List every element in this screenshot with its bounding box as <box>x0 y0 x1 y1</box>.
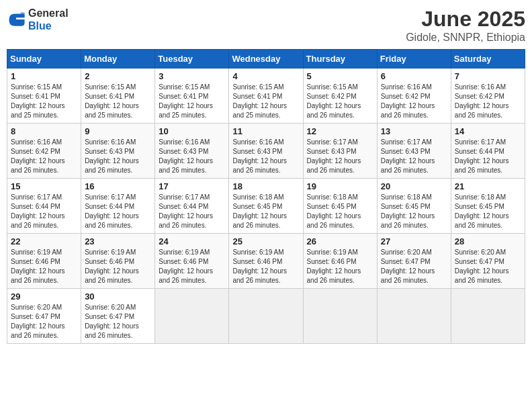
calendar-cell: 19 Sunrise: 6:18 AM Sunset: 6:45 PM Dayl… <box>303 179 377 234</box>
calendar-cell: 9 Sunrise: 6:16 AM Sunset: 6:43 PM Dayli… <box>81 124 155 179</box>
calendar-week-row: 15 Sunrise: 6:17 AM Sunset: 6:44 PM Dayl… <box>7 179 525 234</box>
day-info: Sunrise: 6:17 AM Sunset: 6:44 PM Dayligh… <box>159 193 225 230</box>
day-info: Sunrise: 6:19 AM Sunset: 6:46 PM Dayligh… <box>85 248 151 285</box>
calendar-cell: 18 Sunrise: 6:18 AM Sunset: 6:45 PM Dayl… <box>229 179 303 234</box>
day-info: Sunrise: 6:15 AM Sunset: 6:41 PM Dayligh… <box>85 83 151 120</box>
logo-blue: Blue <box>28 19 69 32</box>
day-number: 1 <box>11 71 77 81</box>
calendar-cell: 24 Sunrise: 6:19 AM Sunset: 6:46 PM Dayl… <box>155 234 229 289</box>
weekday-header-sunday: Sunday <box>7 50 81 68</box>
day-number: 21 <box>455 181 521 191</box>
calendar-cell <box>229 289 303 344</box>
day-info: Sunrise: 6:19 AM Sunset: 6:46 PM Dayligh… <box>307 248 373 285</box>
day-info: Sunrise: 6:15 AM Sunset: 6:41 PM Dayligh… <box>11 83 77 120</box>
weekday-header-friday: Friday <box>377 50 451 68</box>
day-number: 16 <box>85 181 151 191</box>
weekday-header-monday: Monday <box>81 50 155 68</box>
logo: General Blue <box>7 7 69 32</box>
calendar-cell: 14 Sunrise: 6:17 AM Sunset: 6:44 PM Dayl… <box>451 124 525 179</box>
day-number: 4 <box>232 71 299 81</box>
day-number: 5 <box>307 71 373 81</box>
calendar-cell: 13 Sunrise: 6:17 AM Sunset: 6:43 PM Dayl… <box>377 124 451 179</box>
calendar-cell: 2 Sunrise: 6:15 AM Sunset: 6:41 PM Dayli… <box>81 68 155 124</box>
calendar-cell <box>377 289 451 344</box>
day-number: 18 <box>232 181 299 191</box>
day-info: Sunrise: 6:19 AM Sunset: 6:46 PM Dayligh… <box>232 248 299 285</box>
day-number: 22 <box>11 236 77 246</box>
calendar-week-row: 8 Sunrise: 6:16 AM Sunset: 6:42 PM Dayli… <box>7 124 525 179</box>
day-info: Sunrise: 6:18 AM Sunset: 6:45 PM Dayligh… <box>455 193 521 230</box>
day-number: 12 <box>307 126 373 136</box>
weekday-header-thursday: Thursday <box>303 50 377 68</box>
day-number: 27 <box>381 236 447 246</box>
day-number: 17 <box>159 181 225 191</box>
weekday-header-tuesday: Tuesday <box>155 50 229 68</box>
calendar-cell: 1 Sunrise: 6:15 AM Sunset: 6:41 PM Dayli… <box>7 68 81 124</box>
calendar-header-row: SundayMondayTuesdayWednesdayThursdayFrid… <box>7 50 525 68</box>
calendar-cell: 25 Sunrise: 6:19 AM Sunset: 6:46 PM Dayl… <box>229 234 303 289</box>
day-number: 15 <box>11 181 77 191</box>
day-info: Sunrise: 6:15 AM Sunset: 6:41 PM Dayligh… <box>232 83 299 120</box>
calendar-cell <box>155 289 229 344</box>
day-info: Sunrise: 6:15 AM Sunset: 6:42 PM Dayligh… <box>307 83 373 120</box>
calendar-week-row: 22 Sunrise: 6:19 AM Sunset: 6:46 PM Dayl… <box>7 234 525 289</box>
day-info: Sunrise: 6:20 AM Sunset: 6:47 PM Dayligh… <box>11 303 77 340</box>
day-number: 29 <box>11 291 77 302</box>
day-number: 3 <box>159 71 225 81</box>
calendar-cell: 29 Sunrise: 6:20 AM Sunset: 6:47 PM Dayl… <box>7 289 81 344</box>
day-info: Sunrise: 6:19 AM Sunset: 6:46 PM Dayligh… <box>159 248 225 285</box>
page-header: General Blue June 2025 Gidole, SNNPR, Et… <box>7 7 525 44</box>
day-info: Sunrise: 6:16 AM Sunset: 6:43 PM Dayligh… <box>159 138 225 175</box>
day-info: Sunrise: 6:17 AM Sunset: 6:43 PM Dayligh… <box>381 138 447 175</box>
day-number: 8 <box>11 126 77 136</box>
title-block: June 2025 Gidole, SNNPR, Ethiopia <box>406 7 525 44</box>
day-info: Sunrise: 6:20 AM Sunset: 6:47 PM Dayligh… <box>455 248 521 285</box>
day-info: Sunrise: 6:16 AM Sunset: 6:42 PM Dayligh… <box>381 83 447 120</box>
day-info: Sunrise: 6:20 AM Sunset: 6:47 PM Dayligh… <box>381 248 447 285</box>
day-info: Sunrise: 6:17 AM Sunset: 6:43 PM Dayligh… <box>307 138 373 175</box>
day-info: Sunrise: 6:16 AM Sunset: 6:43 PM Dayligh… <box>85 138 151 175</box>
calendar-cell: 10 Sunrise: 6:16 AM Sunset: 6:43 PM Dayl… <box>155 124 229 179</box>
calendar-cell: 4 Sunrise: 6:15 AM Sunset: 6:41 PM Dayli… <box>229 68 303 124</box>
calendar-cell: 28 Sunrise: 6:20 AM Sunset: 6:47 PM Dayl… <box>451 234 525 289</box>
calendar-cell: 21 Sunrise: 6:18 AM Sunset: 6:45 PM Dayl… <box>451 179 525 234</box>
calendar-cell: 5 Sunrise: 6:15 AM Sunset: 6:42 PM Dayli… <box>303 68 377 124</box>
day-info: Sunrise: 6:18 AM Sunset: 6:45 PM Dayligh… <box>232 193 299 230</box>
day-info: Sunrise: 6:16 AM Sunset: 6:43 PM Dayligh… <box>232 138 299 175</box>
weekday-header-wednesday: Wednesday <box>229 50 303 68</box>
day-number: 25 <box>232 236 299 246</box>
day-number: 19 <box>307 181 373 191</box>
day-number: 9 <box>85 126 151 136</box>
calendar-cell: 27 Sunrise: 6:20 AM Sunset: 6:47 PM Dayl… <box>377 234 451 289</box>
calendar-cell: 26 Sunrise: 6:19 AM Sunset: 6:46 PM Dayl… <box>303 234 377 289</box>
day-info: Sunrise: 6:19 AM Sunset: 6:46 PM Dayligh… <box>11 248 77 285</box>
day-info: Sunrise: 6:17 AM Sunset: 6:44 PM Dayligh… <box>455 138 521 175</box>
day-info: Sunrise: 6:18 AM Sunset: 6:45 PM Dayligh… <box>381 193 447 230</box>
day-number: 30 <box>85 291 151 302</box>
weekday-header-saturday: Saturday <box>451 50 525 68</box>
day-number: 2 <box>85 71 151 81</box>
calendar-cell: 8 Sunrise: 6:16 AM Sunset: 6:42 PM Dayli… <box>7 124 81 179</box>
calendar-cell: 17 Sunrise: 6:17 AM Sunset: 6:44 PM Dayl… <box>155 179 229 234</box>
calendar-week-row: 1 Sunrise: 6:15 AM Sunset: 6:41 PM Dayli… <box>7 68 525 124</box>
calendar-cell: 11 Sunrise: 6:16 AM Sunset: 6:43 PM Dayl… <box>229 124 303 179</box>
calendar-cell: 12 Sunrise: 6:17 AM Sunset: 6:43 PM Dayl… <box>303 124 377 179</box>
calendar-cell: 30 Sunrise: 6:20 AM Sunset: 6:47 PM Dayl… <box>81 289 155 344</box>
calendar-cell: 3 Sunrise: 6:15 AM Sunset: 6:41 PM Dayli… <box>155 68 229 124</box>
day-info: Sunrise: 6:15 AM Sunset: 6:41 PM Dayligh… <box>159 83 225 120</box>
calendar-cell: 22 Sunrise: 6:19 AM Sunset: 6:46 PM Dayl… <box>7 234 81 289</box>
day-number: 11 <box>232 126 299 136</box>
calendar-cell: 16 Sunrise: 6:17 AM Sunset: 6:44 PM Dayl… <box>81 179 155 234</box>
day-number: 23 <box>85 236 151 246</box>
day-number: 10 <box>159 126 225 136</box>
day-info: Sunrise: 6:17 AM Sunset: 6:44 PM Dayligh… <box>11 193 77 230</box>
day-number: 13 <box>381 126 447 136</box>
calendar-cell: 20 Sunrise: 6:18 AM Sunset: 6:45 PM Dayl… <box>377 179 451 234</box>
calendar-cell: 7 Sunrise: 6:16 AM Sunset: 6:42 PM Dayli… <box>451 68 525 124</box>
logo-text: General Blue <box>28 7 69 32</box>
day-info: Sunrise: 6:18 AM Sunset: 6:45 PM Dayligh… <box>307 193 373 230</box>
day-info: Sunrise: 6:16 AM Sunset: 6:42 PM Dayligh… <box>11 138 77 175</box>
calendar-cell: 15 Sunrise: 6:17 AM Sunset: 6:44 PM Dayl… <box>7 179 81 234</box>
day-number: 24 <box>159 236 225 246</box>
day-info: Sunrise: 6:20 AM Sunset: 6:47 PM Dayligh… <box>85 303 151 340</box>
